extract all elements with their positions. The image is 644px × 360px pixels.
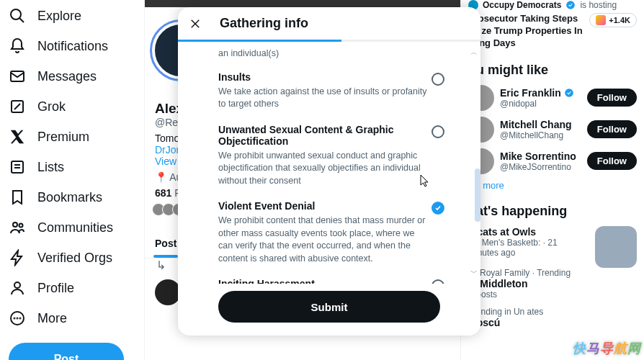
radio-button[interactable]: [431, 73, 444, 86]
option-title: Unwanted Sexual Content & Graphic Object…: [218, 124, 427, 147]
scroll-up-icon[interactable]: ︿: [470, 48, 478, 58]
option-title: Inciting Harassment: [218, 278, 427, 284]
radio-button[interactable]: [431, 279, 444, 284]
close-button[interactable]: [188, 17, 202, 31]
watermark: 快马导航网: [573, 340, 641, 357]
report-option-unwanted-sexual[interactable]: Unwanted Sexual Content & Graphic Object…: [218, 124, 444, 188]
option-desc-truncated: an individual(s): [218, 48, 444, 60]
option-title: Violent Event Denial: [218, 200, 427, 212]
report-option-violent-denial[interactable]: Violent Event Denial We prohibit content…: [218, 200, 444, 265]
radio-button[interactable]: [431, 125, 444, 138]
report-option-inciting-harassment[interactable]: Inciting Harassment We prohibit behavior…: [218, 278, 444, 284]
modal-title: Gathering info: [220, 16, 308, 31]
report-option-insults[interactable]: Insults We take action against the use o…: [218, 71, 444, 111]
option-title: Insults: [218, 71, 427, 83]
option-desc: We take action against the use of insult…: [218, 86, 427, 111]
report-modal: Gathering info ︿ ﹀ an individual(s) Insu…: [178, 7, 480, 336]
option-desc: We prohibit unwanted sexual conduct and …: [218, 150, 427, 188]
radio-button-checked[interactable]: [431, 202, 444, 215]
scroll-down-icon[interactable]: ﹀: [470, 268, 478, 278]
option-desc: We prohibit content that denies that mas…: [218, 215, 427, 265]
submit-button[interactable]: Submit: [218, 291, 440, 323]
modal-body: ︿ ﹀ an individual(s) Insults We take act…: [178, 42, 480, 284]
scrollbar-thumb[interactable]: [475, 168, 480, 222]
